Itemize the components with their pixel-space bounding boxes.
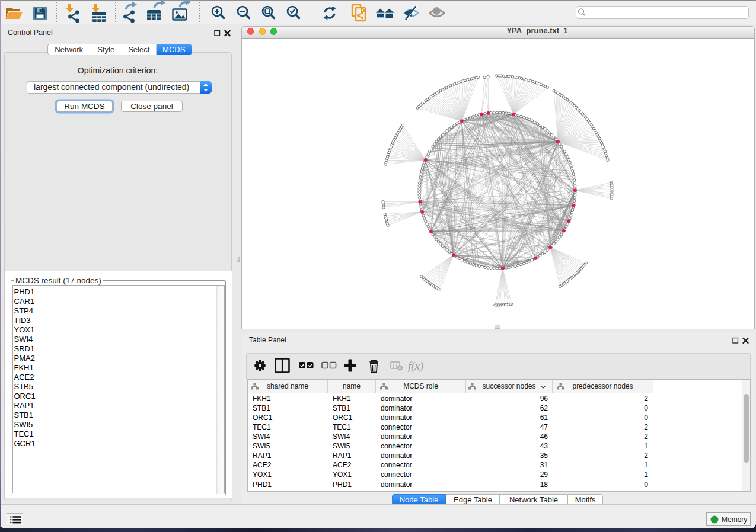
svg-text:f(x): f(x): [408, 360, 423, 373]
svg-text:Memory: Memory: [722, 515, 747, 524]
